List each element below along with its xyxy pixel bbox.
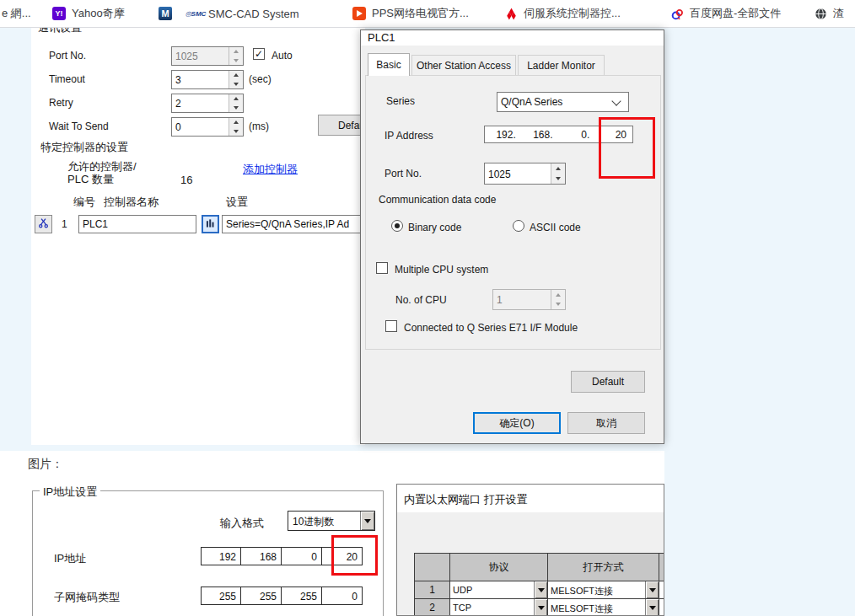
auto-checkbox[interactable]: ✓: [253, 48, 265, 60]
dialog-default-button[interactable]: Default: [571, 371, 645, 393]
bookmark-label: 伺服系统控制器控...: [524, 6, 621, 21]
bookmark-servo[interactable]: 伺服系统控制器控...: [504, 0, 621, 27]
retry-spinner[interactable]: [229, 94, 243, 112]
dropdown-arrow-icon: [645, 581, 659, 598]
dropdown-arrow-icon: [534, 581, 547, 598]
bookmarks-bar: e 網... Y! Yahoo奇摩 M ◎SMC SMC-CAD System …: [0, 0, 855, 28]
allowed-controllers-label-2: PLC 数量: [67, 172, 114, 187]
ip-address-cn-label: IP地址: [54, 551, 86, 566]
smc-logo-icon: ◎SMC: [189, 7, 202, 20]
multiple-cpu-label: Multiple CPU system: [395, 264, 488, 276]
bookmark-baidu-pan[interactable]: 百度网盘-全部文件: [670, 0, 781, 27]
row2-partial-cell: [659, 599, 664, 616]
retry-field[interactable]: 2: [171, 94, 244, 113]
controller-setting-summary[interactable]: [222, 215, 375, 233]
bookmark-pps[interactable]: PPS网络电视官方...: [352, 0, 469, 27]
bookmark-yahoo[interactable]: Y! Yahoo奇摩: [52, 0, 125, 27]
input-format-label: 输入格式: [220, 516, 264, 531]
add-controller-link[interactable]: 添加控制器: [243, 162, 298, 177]
header-open-method: 打开方式: [548, 554, 659, 581]
binary-code-radio[interactable]: [391, 220, 403, 232]
scissors-icon: [38, 217, 49, 232]
col-header-name: 控制器名称: [104, 195, 159, 210]
ascii-code-label: ASCII code: [530, 222, 581, 233]
baidu-pan-icon: [670, 7, 684, 20]
header-protocol: 协议: [450, 554, 548, 581]
controller-section-title: 特定控制器的设置: [40, 140, 128, 155]
properties-icon: [206, 217, 215, 232]
chevron-down-icon: [611, 96, 621, 105]
e71-module-checkbox[interactable]: [385, 320, 397, 332]
m-logo-icon: M: [159, 7, 172, 20]
controller-row-no: 1: [62, 218, 67, 230]
ethernet-open-settings-table: 协议 打开方式 1 UDP MELSOFT连接 2 TCP MELSOFT连接: [414, 553, 664, 616]
series-label: Series: [386, 95, 415, 107]
input-format-dropdown[interactable]: 10进制数: [288, 511, 375, 531]
multiple-cpu-checkbox[interactable]: [376, 262, 388, 274]
bookmark-label: PPS网络电视官方...: [372, 6, 469, 21]
tab-other-station-access[interactable]: Other Station Access: [411, 55, 516, 75]
globe-icon: [814, 7, 827, 20]
timeout-label: Timeout: [49, 73, 85, 85]
dialog-port-label: Port No.: [384, 168, 422, 179]
pps-icon: [352, 7, 366, 20]
timeout-field[interactable]: 3: [171, 70, 244, 89]
controller-name-input[interactable]: [78, 215, 196, 233]
series-combobox[interactable]: Q/QnA Series: [497, 92, 629, 112]
wait-spinner[interactable]: [229, 118, 243, 136]
wait-to-send-label: Wait To Send: [49, 121, 109, 132]
ip-settings-group-title: IP地址设置: [40, 485, 100, 500]
delete-controller-button[interactable]: [35, 215, 52, 233]
header-row-no: [415, 554, 450, 581]
row1-open-dropdown[interactable]: MELSOFT连接: [548, 581, 659, 599]
annotation-red-box-ip-octet: [331, 535, 378, 576]
ok-button[interactable]: 确定(O): [473, 412, 561, 434]
dialog-title: PLC1: [361, 30, 664, 46]
port-no-field: 1025: [171, 46, 244, 66]
ip-address-label: IP Address: [384, 130, 433, 142]
subnet-octet-inputs[interactable]: 255 255 255 0: [201, 587, 363, 605]
dropdown-arrow-icon: [534, 599, 547, 616]
port-no-label: Port No.: [49, 50, 86, 62]
no-of-cpu-field: 1: [492, 289, 566, 310]
dialog-port-field[interactable]: 1025: [484, 163, 566, 185]
bookmark-label: 百度网盘-全部文件: [690, 6, 781, 21]
row2-protocol-dropdown[interactable]: TCP: [450, 599, 548, 616]
auto-label: Auto: [272, 50, 293, 62]
cpu-spinner: [551, 290, 565, 309]
allowed-controllers-value: 16: [180, 174, 192, 186]
page: e 網... Y! Yahoo奇摩 M ◎SMC SMC-CAD System …: [0, 0, 855, 616]
tab-basic[interactable]: Basic: [368, 53, 410, 76]
col-header-no: 编号: [73, 195, 95, 210]
picture-label: 图片：: [28, 457, 63, 472]
clipped-section-title: 通讯设置: [38, 28, 139, 34]
bookmark-label: Yahoo奇摩: [72, 6, 125, 21]
bookmark-smc-cad[interactable]: ◎SMC SMC-CAD System: [189, 0, 299, 27]
tab-ladder-monitor[interactable]: Ladder Monitor: [518, 55, 605, 75]
controller-settings-button[interactable]: [202, 215, 219, 233]
bookmark-partial[interactable]: 渣: [814, 0, 844, 27]
row2-open-dropdown[interactable]: MELSOFT连接: [548, 599, 659, 616]
bookmark-truncated[interactable]: e 網...: [2, 0, 31, 27]
bookmark-label: SMC-CAD System: [208, 8, 299, 20]
row1-protocol-dropdown[interactable]: UDP: [450, 581, 548, 599]
bookmark-m[interactable]: M: [159, 0, 172, 27]
row1-no: 1: [415, 581, 450, 599]
dropdown-arrow-icon: [645, 599, 659, 616]
retry-label: Retry: [49, 97, 73, 109]
row1-partial-cell: [659, 581, 664, 599]
ascii-code-radio[interactable]: [513, 220, 524, 232]
dialog-port-spinner[interactable]: [551, 163, 565, 184]
timeout-spinner[interactable]: [229, 71, 243, 88]
bookmark-label: 渣: [833, 6, 844, 21]
port-no-spinner[interactable]: [229, 47, 243, 65]
dropdown-arrow-icon: [360, 512, 374, 530]
wait-to-send-field[interactable]: 0: [171, 117, 244, 137]
comm-data-code-label: Communication data code: [379, 194, 496, 206]
header-partial: [659, 554, 664, 581]
timeout-unit: (sec): [249, 73, 272, 85]
cancel-button[interactable]: 取消: [567, 412, 645, 434]
mitsubishi-icon: [504, 7, 518, 20]
e71-module-label: Connected to Q Series E71 I/F Module: [404, 322, 578, 334]
binary-code-label: Binary code: [408, 222, 461, 233]
